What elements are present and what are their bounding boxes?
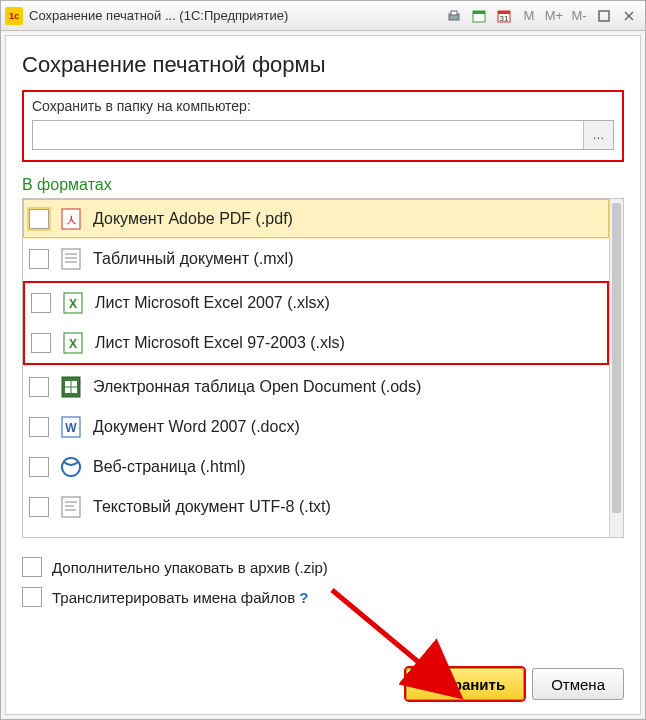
format-row-xls[interactable]: X Лист Microsoft Excel 97-2003 (.xls) [25, 323, 607, 363]
svg-text:X: X [69, 297, 77, 311]
scrollbar-thumb[interactable] [612, 203, 621, 513]
cancel-button[interactable]: Отмена [532, 668, 624, 700]
formats-list: 人 Документ Adobe PDF (.pdf) Табличный до… [22, 198, 624, 538]
m-plus-button[interactable]: M+ [542, 5, 566, 27]
scrollbar[interactable] [609, 199, 623, 537]
checkbox[interactable] [29, 457, 49, 477]
html-icon [59, 455, 83, 479]
close-icon[interactable] [617, 5, 641, 27]
checkbox[interactable] [29, 209, 49, 229]
svg-text:W: W [65, 421, 77, 435]
format-row-pdf[interactable]: 人 Документ Adobe PDF (.pdf) [23, 199, 609, 239]
format-row-html[interactable]: Веб-страница (.html) [23, 447, 609, 487]
zip-option[interactable]: Дополнительно упаковать в архив (.zip) [22, 552, 624, 582]
svg-rect-7 [599, 11, 609, 21]
window: 1c Сохранение печатной ... (1С:Предприят… [0, 0, 646, 720]
format-label: Веб-страница (.html) [93, 458, 246, 476]
format-row-ods[interactable]: Электронная таблица Open Document (.ods) [23, 367, 609, 407]
m-button[interactable]: M [517, 5, 541, 27]
ods-icon [59, 375, 83, 399]
checkbox[interactable] [29, 377, 49, 397]
zip-label: Дополнительно упаковать в архив (.zip) [52, 559, 328, 576]
svg-rect-1 [451, 11, 457, 15]
save-button[interactable]: Сохранить [406, 668, 524, 700]
folder-input[interactable] [33, 121, 583, 149]
svg-rect-12 [62, 249, 80, 269]
format-row-xlsx[interactable]: X Лист Microsoft Excel 2007 (.xlsx) [25, 283, 607, 323]
content: Сохранение печатной формы Сохранить в па… [5, 35, 641, 715]
checkbox[interactable] [29, 249, 49, 269]
svg-text:X: X [69, 337, 77, 351]
word-icon: W [59, 415, 83, 439]
excel-highlight-group: X Лист Microsoft Excel 2007 (.xlsx) X Ли… [23, 281, 609, 365]
ellipsis-icon: … [593, 128, 605, 142]
titlebar: 1c Сохранение печатной ... (1С:Предприят… [1, 1, 645, 31]
buttons-row: Сохранить Отмена [22, 650, 624, 700]
mxl-icon [59, 247, 83, 271]
svg-rect-26 [62, 497, 80, 517]
format-label: Табличный документ (.mxl) [93, 250, 293, 268]
calendar-green-icon[interactable] [467, 5, 491, 27]
translit-label: Транслитерировать имена файлов [52, 589, 295, 606]
svg-text:31: 31 [500, 14, 509, 23]
format-label: Документ Adobe PDF (.pdf) [93, 210, 293, 228]
svg-text:人: 人 [66, 215, 77, 225]
help-icon[interactable]: ? [299, 589, 308, 606]
folder-input-row: … [32, 120, 614, 150]
folder-section: Сохранить в папку на компьютер: … [22, 90, 624, 162]
txt-icon [59, 495, 83, 519]
window-title: Сохранение печатной ... (1С:Предприятие) [29, 8, 288, 23]
maximize-icon[interactable] [592, 5, 616, 27]
options-area: Дополнительно упаковать в архив (.zip) Т… [22, 552, 624, 612]
browse-button[interactable]: … [583, 121, 613, 149]
format-label: Документ Word 2007 (.docx) [93, 418, 300, 436]
checkbox[interactable] [22, 557, 42, 577]
format-row-txt[interactable]: Текстовый документ UTF-8 (.txt) [23, 487, 609, 527]
calendar-red-icon[interactable]: 31 [492, 5, 516, 27]
format-label: Электронная таблица Open Document (.ods) [93, 378, 421, 396]
app-icon: 1c [5, 7, 23, 25]
excel-icon: X [61, 331, 85, 355]
checkbox[interactable] [31, 333, 51, 353]
pdf-icon: 人 [59, 207, 83, 231]
m-minus-button[interactable]: M- [567, 5, 591, 27]
format-row-docx[interactable]: W Документ Word 2007 (.docx) [23, 407, 609, 447]
formats-title: В форматах [22, 176, 624, 194]
print-icon[interactable] [442, 5, 466, 27]
format-row-mxl[interactable]: Табличный документ (.mxl) [23, 239, 609, 279]
checkbox[interactable] [22, 587, 42, 607]
svg-rect-3 [473, 11, 485, 14]
folder-label: Сохранить в папку на компьютер: [32, 98, 614, 114]
checkbox[interactable] [29, 417, 49, 437]
page-title: Сохранение печатной формы [22, 52, 624, 78]
format-label: Текстовый документ UTF-8 (.txt) [93, 498, 331, 516]
checkbox[interactable] [29, 497, 49, 517]
translit-option[interactable]: Транслитерировать имена файлов ? [22, 582, 624, 612]
format-label: Лист Microsoft Excel 97-2003 (.xls) [95, 334, 345, 352]
format-label: Лист Microsoft Excel 2007 (.xlsx) [95, 294, 330, 312]
excel-icon: X [61, 291, 85, 315]
checkbox[interactable] [31, 293, 51, 313]
